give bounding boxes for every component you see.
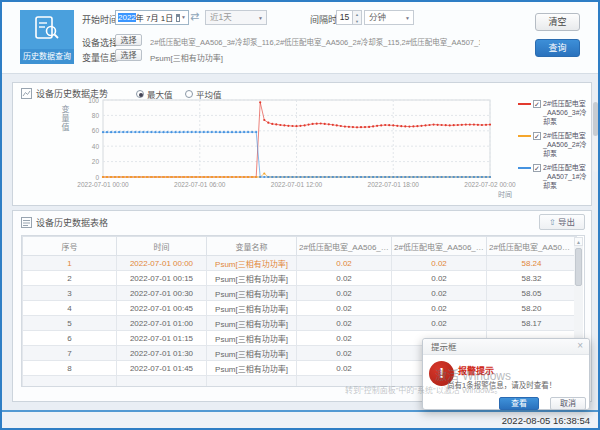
range-select[interactable]: 近1天 ▼	[205, 10, 267, 25]
table-cell: 0.02	[297, 361, 392, 376]
query-button[interactable]: 查询	[535, 39, 580, 57]
table-row[interactable]: 42022-07-01 00:45Psum[三相有功功率]0.020.0258.…	[23, 301, 577, 316]
column-header: 2#低压配电室_AA506_3#冷却泵...	[297, 237, 392, 256]
device-value: 2#低压配电室_AA506_3#冷却泵_116,2#低压配电室_AA506_2#…	[150, 36, 480, 47]
date-year: 2022	[118, 13, 136, 22]
table-cell: Psum[三相有功功率]	[207, 361, 297, 376]
svg-text:2022-07-02 00:00: 2022-07-02 00:00	[464, 181, 516, 188]
legend-label: 2#低压配电室_AA507_1#冷却泵	[543, 163, 589, 190]
legend-line-sample	[518, 167, 531, 169]
export-icon: ⇧	[549, 218, 556, 227]
table-cell: 0.02	[297, 271, 392, 286]
legend-line-sample	[518, 103, 531, 105]
swap-icon[interactable]: ⇄	[190, 10, 199, 23]
table-cell: 3	[23, 286, 117, 301]
table-cell: 1	[23, 256, 117, 271]
legend-checkbox[interactable]: ✓	[533, 164, 541, 172]
legend-item: ✓2#低压配电室_AA506_3#冷却泵	[518, 99, 590, 126]
table-row[interactable]: 12022-07-01 00:00Psum[三相有功功率]0.020.0258.…	[23, 256, 577, 271]
svg-text:60: 60	[92, 127, 100, 134]
table-cell: 0.02	[297, 301, 392, 316]
interval-stepper[interactable]: 15 ▲ ▼	[336, 10, 362, 25]
interval-value[interactable]: 15	[336, 10, 353, 25]
table-cell: 4	[23, 301, 117, 316]
view-button[interactable]: 查看	[499, 397, 539, 410]
dialog-title: 提示框	[423, 339, 589, 355]
table-cell: 2022-07-01 00:00	[117, 256, 207, 271]
table-cell: 58.05	[487, 286, 577, 301]
svg-text:2022-07-01 06:00: 2022-07-01 06:00	[174, 181, 226, 188]
cancel-button[interactable]: 取消	[550, 397, 586, 410]
clear-button[interactable]: 清空	[535, 13, 580, 31]
svg-text:40: 40	[92, 143, 100, 150]
table-cell: 0.02	[392, 271, 487, 286]
interval-spinner[interactable]: ▲ ▼	[353, 10, 362, 25]
column-header: 时间	[117, 237, 207, 256]
table-cell	[207, 376, 297, 388]
export-label: 导出	[558, 217, 575, 227]
panel-scrollbar[interactable]	[593, 102, 598, 172]
chevron-down-icon[interactable]: ▼	[181, 10, 186, 25]
trend-chart: 0204060801002022-07-01 00:002022-07-01 0…	[68, 95, 518, 201]
table-cell: Psum[三相有功功率]	[207, 316, 297, 331]
trend-section-icon	[21, 88, 32, 99]
table-cell: 0.02	[297, 346, 392, 361]
scrollbar-thumb[interactable]	[593, 102, 598, 136]
table-cell: 0.02	[297, 331, 392, 346]
scrollbar-thumb[interactable]	[575, 248, 582, 286]
legend-label: 2#低压配电室_AA506_2#冷却泵	[543, 131, 589, 158]
table-cell: 58.32	[487, 271, 577, 286]
variable-select-button[interactable]: 选择	[115, 49, 142, 61]
table-cell: 5	[23, 316, 117, 331]
table-cell: 8	[23, 361, 117, 376]
svg-text:100: 100	[88, 97, 99, 104]
close-icon[interactable]: ×	[577, 340, 583, 351]
table-cell: Psum[三相有功功率]	[207, 256, 297, 271]
variable-value: Psum[三相有功功率]	[150, 52, 223, 63]
interval-unit-select[interactable]: 分钟 ▼	[364, 10, 414, 25]
table-cell	[23, 376, 117, 388]
trend-panel: 设备历史数据走势 最大值 平均值 变量值 0204060801002022-07…	[12, 82, 592, 206]
table-cell: 58.17	[487, 316, 577, 331]
export-button[interactable]: ⇧ 导出	[539, 214, 585, 230]
table-panel-title: 设备历史数据表格	[36, 216, 108, 229]
spinner-down-icon[interactable]: ▼	[353, 18, 361, 25]
svg-text:20: 20	[92, 158, 100, 165]
table-cell	[297, 376, 392, 388]
svg-text:2022-07-01 12:00: 2022-07-01 12:00	[271, 181, 323, 188]
table-cell	[117, 376, 207, 388]
start-date-picker[interactable]: 2022年 7月 1日 ▼	[115, 10, 189, 25]
table-cell: 58.20	[487, 301, 577, 316]
table-row[interactable]: 52022-07-01 01:00Psum[三相有功功率]0.020.0258.…	[23, 316, 577, 331]
legend-line-sample	[518, 135, 531, 137]
table-cell: 0.02	[392, 316, 487, 331]
table-cell: 0.02	[297, 256, 392, 271]
device-select-button[interactable]: 选择	[115, 34, 142, 46]
history-search-icon	[34, 15, 60, 43]
column-header: 2#低压配电室_AA506_2#冷却泵...	[392, 237, 487, 256]
calendar-icon[interactable]	[176, 14, 180, 22]
scroll-up-icon[interactable]: ▲	[574, 237, 583, 246]
table-row[interactable]: 32022-07-01 00:30Psum[三相有功功率]0.020.0258.…	[23, 286, 577, 301]
spinner-up-icon[interactable]: ▲	[353, 11, 361, 18]
svg-text:时间: 时间	[498, 190, 512, 199]
chart-legend: ✓2#低压配电室_AA506_3#冷却泵✓2#低压配电室_AA506_2#冷却泵…	[518, 99, 590, 195]
legend-label: 2#低压配电室_AA506_3#冷却泵	[543, 99, 589, 126]
table-cell: Psum[三相有功功率]	[207, 331, 297, 346]
svg-text:0: 0	[95, 174, 99, 181]
module-title: 历史数据查询	[20, 49, 74, 64]
legend-item: ✓2#低压配电室_AA506_2#冷却泵	[518, 131, 590, 158]
legend-checkbox[interactable]: ✓	[533, 132, 541, 140]
column-header: 变量名称	[207, 237, 297, 256]
table-cell: 2022-07-01 01:00	[117, 316, 207, 331]
chevron-down-icon: ▼	[405, 11, 410, 26]
range-select-value: 近1天	[210, 12, 232, 22]
table-row[interactable]: 22022-07-01 00:15Psum[三相有功功率]0.020.0258.…	[23, 271, 577, 286]
table-cell: 2022-07-01 00:45	[117, 301, 207, 316]
query-form: 历史数据查询 开始时间: 2022年 7月 1日 ▼ ⇄ 近1天 ▼ 间隔时长:…	[2, 2, 598, 74]
legend-checkbox[interactable]: ✓	[533, 100, 541, 108]
history-data-query-window: 历史数据查询 开始时间: 2022年 7月 1日 ▼ ⇄ 近1天 ▼ 间隔时长:…	[0, 0, 600, 430]
table-cell: 58.24	[487, 256, 577, 271]
table-cell: Psum[三相有功功率]	[207, 286, 297, 301]
legend-item: ✓2#低压配电室_AA507_1#冷却泵	[518, 163, 590, 190]
